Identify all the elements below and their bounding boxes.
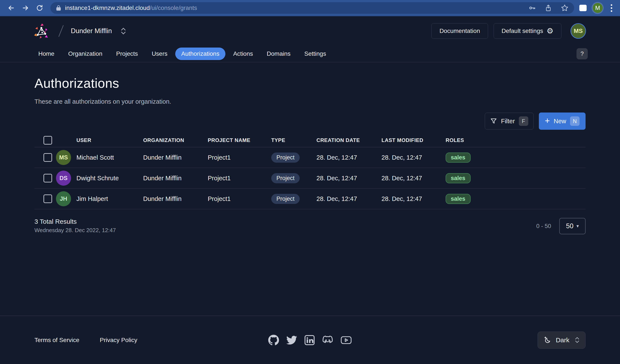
browser-toolbar: instance1-dkmnzw.zitadel.cloud/ui/consol… [0,0,620,16]
address-bar[interactable]: instance1-dkmnzw.zitadel.cloud/ui/consol… [50,2,574,14]
type-badge: Project [271,194,300,204]
theme-selector[interactable]: Dark [538,332,586,349]
row-checkbox[interactable] [44,153,52,162]
col-roles: ROLES [446,137,586,143]
user-avatar[interactable]: MS [571,23,586,39]
browser-profile-avatar[interactable]: M [593,3,603,13]
col-type: TYPE [271,137,316,143]
cell-creation-date: 28. Dec, 12:47 [316,175,381,182]
nav-tab-organization[interactable]: Organization [62,47,108,60]
role-badge: sales [446,152,471,163]
zitadel-logo-icon[interactable] [34,23,49,39]
discord-icon[interactable] [322,335,333,345]
type-badge: Project [271,173,300,183]
col-last-modified: LAST MODIFIED [381,137,446,143]
row-avatar: JH [56,191,71,206]
dropdown-caret-icon: ▾ [576,223,579,229]
new-shortcut-badge: N [570,116,580,126]
col-creation-date: CREATION DATE [316,137,381,143]
cell-creation-date: 28. Dec, 12:47 [316,195,381,202]
cell-last-modified: 28. Dec, 12:47 [381,154,446,161]
page-size-select[interactable]: 50 ▾ [559,218,586,234]
table-row[interactable]: JH Jim Halpert Dunder Mifflin Project1 P… [34,189,586,209]
cell-user: Michael Scott [77,154,143,161]
cell-project-name: Project1 [208,154,271,161]
cell-creation-date: 28. Dec, 12:47 [316,154,381,161]
table-row[interactable]: DS Dwight Schrute Dunder Mifflin Project… [34,168,586,189]
filter-funnel-icon [490,118,497,124]
nav-tab-domains[interactable]: Domains [261,47,296,60]
footer-link[interactable]: Terms of Service [34,337,79,344]
documentation-button[interactable]: Documentation [432,23,488,39]
url-path: /ui/console/grants [150,4,197,11]
lock-icon [56,5,61,11]
back-icon[interactable] [6,2,17,14]
role-badge: sales [446,194,471,204]
main-nav: HomeOrganizationProjectsUsersAuthorizati… [0,46,620,62]
github-icon[interactable] [268,335,279,346]
cell-last-modified: 28. Dec, 12:47 [381,195,446,202]
table-row[interactable]: MS Michael Scott Dunder Mifflin Project1… [34,147,586,168]
key-icon[interactable] [528,4,536,12]
table-header-row: USER ORGANIZATION PROJECT NAME TYPE CREA… [34,134,586,147]
cell-organization: Dunder Mifflin [143,195,208,202]
gear-icon: ⚙ [547,27,554,35]
nav-tab-authorizations[interactable]: Authorizations [175,47,225,60]
page-subtitle: These are all authorizations on your org… [34,98,586,105]
footer: Terms of ServicePrivacy Policy Dark [0,316,620,364]
row-avatar: MS [56,150,71,165]
col-project-name: PROJECT NAME [208,137,271,143]
social-links [268,335,352,346]
nav-tab-home[interactable]: Home [32,47,61,60]
cell-user: Dwight Schrute [77,175,143,182]
cell-organization: Dunder Mifflin [143,154,208,161]
org-name[interactable]: Dunder Mifflin [71,27,112,35]
page-range: 0 - 50 [536,223,551,229]
results-timestamp: Wednesday 28. Dec 2022, 12:47 [34,227,116,234]
row-checkbox[interactable] [44,195,52,203]
default-settings-button[interactable]: Default settings ⚙ [494,23,561,39]
org-switcher-icon[interactable] [121,28,126,35]
page-title: Authorizations [34,76,586,91]
youtube-icon[interactable] [341,336,352,345]
select-all-checkbox[interactable] [44,136,52,145]
nav-tab-actions[interactable]: Actions [227,47,259,60]
share-icon[interactable] [545,4,552,12]
footer-link[interactable]: Privacy Policy [100,337,137,344]
forward-icon[interactable] [20,2,31,14]
new-button[interactable]: + New N [539,112,586,130]
theme-unfold-icon [574,337,580,343]
breadcrumb-divider [58,25,64,37]
browser-menu-icon[interactable] [609,4,614,12]
role-badge: sales [446,173,471,183]
col-organization: ORGANIZATION [143,137,208,143]
cell-user: Jim Halpert [77,195,143,202]
nav-tab-settings[interactable]: Settings [298,47,332,60]
linkedin-icon[interactable] [304,335,315,345]
side-panel-icon[interactable] [579,5,587,11]
filter-button[interactable]: Filter F [485,113,533,130]
bookmark-star-icon[interactable] [561,4,569,12]
url-host: instance1-dkmnzw.zitadel.cloud [65,4,150,11]
row-avatar: DS [56,171,71,186]
cell-organization: Dunder Mifflin [143,175,208,182]
twitter-icon[interactable] [286,335,297,345]
type-badge: Project [271,152,300,163]
reload-icon[interactable] [34,2,45,14]
cell-project-name: Project1 [208,175,271,182]
filter-shortcut-badge: F [519,116,528,126]
cell-project-name: Project1 [208,195,271,202]
moon-icon [543,336,552,344]
total-results: 3 Total Results [34,218,116,225]
authorizations-table: USER ORGANIZATION PROJECT NAME TYPE CREA… [34,134,586,209]
col-user: USER [77,137,143,143]
nav-tab-projects[interactable]: Projects [110,47,144,60]
cell-last-modified: 28. Dec, 12:47 [381,175,446,182]
help-button[interactable]: ? [576,48,588,59]
app-header: Dunder Mifflin Documentation Default set… [0,16,620,46]
row-checkbox[interactable] [44,174,52,182]
nav-tab-users[interactable]: Users [146,47,173,60]
